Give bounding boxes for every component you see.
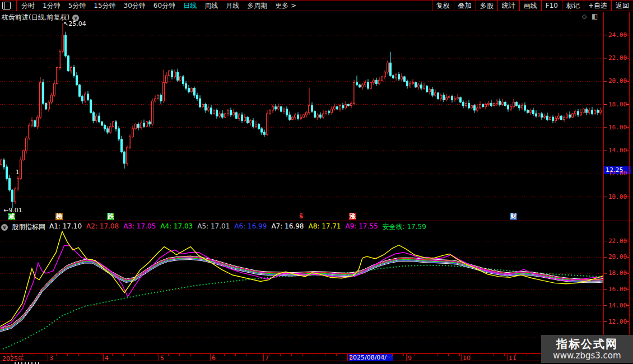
minor-tick xyxy=(56,354,57,356)
indicator-name: 股朋指标网 xyxy=(12,222,45,232)
minor-tick xyxy=(112,354,113,356)
price-label: 12.00 xyxy=(608,318,627,325)
price-label: 20.00 xyxy=(608,77,627,85)
minor-tick xyxy=(359,354,359,356)
indicator-field-0: A1: 17.10 xyxy=(49,222,82,232)
signal-marker-0: 减 xyxy=(8,213,15,220)
month-tick xyxy=(263,354,264,361)
minor-tick xyxy=(482,354,482,356)
minor-tick xyxy=(415,354,415,356)
minor-tick xyxy=(190,354,191,356)
price-label: 16.00 xyxy=(608,286,627,293)
minor-tick xyxy=(336,354,337,356)
minor-tick xyxy=(302,354,303,356)
minor-tick xyxy=(448,354,449,356)
minor-tick xyxy=(325,354,325,356)
diamond-icon[interactable]: ◇ xyxy=(582,13,587,20)
price-label: 16.00 xyxy=(608,124,627,131)
minor-tick xyxy=(235,354,236,356)
panel-toggle-icon[interactable]: ◧ xyxy=(592,13,598,20)
axis-border-right xyxy=(629,12,630,361)
minor-tick xyxy=(11,354,12,356)
month-label: 11 xyxy=(509,354,516,362)
indicator-field-3: A4: 17.03 xyxy=(160,222,193,232)
month-label: 8 xyxy=(349,354,353,362)
month-tick xyxy=(347,354,348,361)
indicator-values: A1: 17.10A2: 17.08A3: 17.05A4: 17.03A5: … xyxy=(49,222,426,232)
minor-tick xyxy=(269,354,269,356)
indicator-field-6: A7: 16.98 xyxy=(271,222,304,232)
minor-tick xyxy=(403,354,404,356)
minor-tick xyxy=(45,354,45,356)
signal-marker-5: 财 xyxy=(510,213,517,220)
high-price-label: ↖25.04 xyxy=(63,20,86,27)
month-label: 6 xyxy=(212,354,216,362)
minor-tick xyxy=(224,354,225,356)
minor-tick xyxy=(90,354,90,356)
minor-tick xyxy=(280,354,281,356)
minor-tick xyxy=(67,354,68,356)
minor-tick xyxy=(146,354,146,356)
minor-tick xyxy=(370,354,370,356)
indicator-field-9: 安全线: 17.59 xyxy=(383,222,426,232)
crosshair-date-badge: 2025/08/04/一 xyxy=(348,354,393,361)
month-label: 5 xyxy=(160,354,164,362)
minor-tick xyxy=(168,354,169,356)
month-tick xyxy=(406,354,407,361)
month-tick xyxy=(461,354,462,361)
watermark: 指标公式网 www.zbgs3.com xyxy=(541,335,633,363)
minor-tick xyxy=(392,354,393,356)
month-label: 4 xyxy=(105,354,109,362)
price-label: 10.00 xyxy=(608,193,627,200)
chart-canvas[interactable] xyxy=(0,0,633,364)
time-axis: 2025年 2025/08/04/一 34567891011 xyxy=(0,353,633,361)
watermark-url: www.zbgs3.com xyxy=(553,351,621,361)
minor-tick xyxy=(471,354,471,356)
price-label: 18.00 xyxy=(608,101,627,108)
minor-tick xyxy=(426,354,426,356)
minor-tick xyxy=(538,354,538,356)
indicator-field-8: A9: 17.55 xyxy=(346,222,378,232)
indicator-field-4: A5: 17.01 xyxy=(197,222,230,232)
month-tick xyxy=(48,354,48,361)
indicator-header: ∨ 股朋指标网 A1: 17.10A2: 17.08A3: 17.05A4: 1… xyxy=(1,222,426,232)
month-label: 9 xyxy=(408,354,412,362)
minor-tick xyxy=(504,354,505,356)
price-label: 22.00 xyxy=(608,54,627,62)
minor-tick xyxy=(314,354,314,356)
minor-tick xyxy=(179,354,180,356)
minor-tick xyxy=(101,354,101,356)
price-label: 12.00 xyxy=(608,170,627,177)
month-label: 7 xyxy=(265,354,269,362)
month-label: 3 xyxy=(49,354,53,362)
minor-tick xyxy=(202,354,202,356)
indicator-field-7: A8: 17.71 xyxy=(308,222,341,232)
minor-tick xyxy=(157,354,157,356)
indicator-chevron-icon[interactable]: ∨ xyxy=(1,224,8,231)
minor-tick xyxy=(78,354,79,356)
minor-tick xyxy=(134,354,135,356)
minor-tick xyxy=(246,354,247,356)
indicator-field-2: A3: 17.05 xyxy=(123,222,156,232)
signal-marker-2: 跌 xyxy=(107,213,114,220)
month-tick xyxy=(103,354,104,361)
minor-tick xyxy=(258,354,258,356)
minor-tick xyxy=(22,354,23,356)
minor-tick xyxy=(527,354,527,356)
signal-marker-3: ŝ xyxy=(299,213,304,220)
price-label: 18.00 xyxy=(608,269,627,277)
month-tick xyxy=(159,354,159,361)
price-label: 14.00 xyxy=(608,302,627,309)
price-label: 14.00 xyxy=(608,147,627,154)
high-arrow-icon: ↖ xyxy=(63,20,68,27)
month-label: 10 xyxy=(463,354,471,362)
month-tick xyxy=(507,354,508,361)
indicator-field-5: A6: 16.99 xyxy=(234,222,267,232)
indicator-field-1: A2: 17.08 xyxy=(86,222,119,232)
signal-marker-4: 涨 xyxy=(349,213,356,220)
minor-tick xyxy=(123,354,124,356)
minor-tick xyxy=(493,354,494,356)
axis-border-left xyxy=(603,12,604,361)
minor-tick xyxy=(291,354,292,356)
price-label: 24.00 xyxy=(608,31,627,39)
